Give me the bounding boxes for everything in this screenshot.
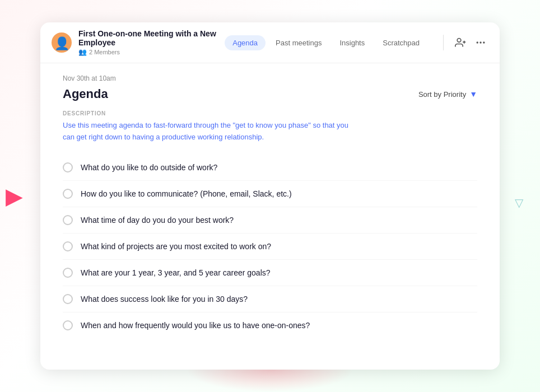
svg-point-5 [483, 41, 485, 43]
agenda-item-text-5: What are your 1 year, 3 year, and 5 year… [81, 268, 271, 277]
agenda-item-checkbox-1[interactable] [63, 162, 73, 172]
content-area: Nov 30th at 10am Agenda Sort by Priority… [40, 63, 500, 355]
tab-agenda[interactable]: Agenda [225, 35, 266, 50]
date-label: Nov 30th at 10am [63, 74, 477, 82]
triangle-icon: ▽ [515, 196, 523, 209]
title-group: First One-on-one Meeting with a New Empl… [78, 29, 218, 56]
agenda-title: Agenda [63, 87, 108, 101]
avatar-icon: 👤 [54, 36, 69, 51]
header-actions [443, 35, 488, 50]
tab-insights[interactable]: Insights [332, 35, 373, 50]
agenda-item-text-4: What kind of projects are you most excit… [81, 242, 271, 251]
avatar: 👤 [52, 32, 72, 53]
svg-point-0 [457, 39, 461, 43]
tab-past-meetings[interactable]: Past meetings [268, 35, 329, 50]
description-label: DESCRIPTION [63, 110, 477, 116]
agenda-item-text-1: What do you like to do outside of work? [81, 163, 217, 172]
description-text: Use this meeting agenda to fast-forward … [63, 120, 354, 143]
agenda-item-checkbox-6[interactable] [63, 294, 73, 304]
members-subtitle: 👥 2 Members [78, 48, 218, 56]
sort-arrow-icon: ▼ [469, 90, 477, 99]
description-section: DESCRIPTION Use this meeting agenda to f… [63, 110, 477, 143]
agenda-item-checkbox-2[interactable] [63, 189, 73, 199]
sort-by-label: Sort by Priority [418, 90, 466, 99]
sort-by-button[interactable]: Sort by Priority ▼ [418, 90, 477, 99]
svg-point-3 [477, 41, 478, 43]
agenda-item-checkbox-4[interactable] [63, 241, 73, 251]
svg-point-4 [480, 41, 481, 43]
agenda-item-text-7: When and how frequently would you like u… [81, 321, 310, 330]
play-icon: ▶ [6, 183, 23, 209]
agenda-items-list: What do you like to do outside of work?H… [63, 155, 477, 338]
agenda-item-checkbox-5[interactable] [63, 268, 73, 278]
members-icon: 👥 [78, 48, 87, 56]
agenda-item-checkbox-3[interactable] [63, 215, 73, 225]
agenda-item-text-6: What does success look like for you in 3… [81, 295, 248, 304]
nav-tabs: Agenda Past meetings Insights Scratchpad [225, 35, 427, 50]
agenda-item: What time of day do you do your best wor… [63, 207, 477, 234]
agenda-item: What kind of projects are you most excit… [63, 234, 477, 260]
add-member-button[interactable] [453, 35, 468, 50]
agenda-item: What are your 1 year, 3 year, and 5 year… [63, 260, 477, 286]
agenda-item-text-3: What time of day do you do your best wor… [81, 216, 234, 225]
agenda-item: What does success look like for you in 3… [63, 286, 477, 312]
header: 👤 First One-on-one Meeting with a New Em… [40, 22, 500, 63]
main-card: 👤 First One-on-one Meeting with a New Em… [40, 22, 500, 370]
agenda-item: How do you like to communicate? (Phone, … [63, 181, 477, 207]
more-options-button[interactable] [473, 35, 488, 50]
agenda-item-text-2: How do you like to communicate? (Phone, … [81, 189, 292, 198]
tab-scratchpad[interactable]: Scratchpad [375, 35, 427, 50]
meeting-title: First One-on-one Meeting with a New Empl… [78, 29, 218, 47]
members-count: 2 Members [89, 49, 120, 55]
agenda-item-checkbox-7[interactable] [63, 320, 73, 330]
agenda-item: What do you like to do outside of work? [63, 155, 477, 181]
agenda-header: Agenda Sort by Priority ▼ [63, 87, 477, 101]
agenda-item: When and how frequently would you like u… [63, 312, 477, 338]
